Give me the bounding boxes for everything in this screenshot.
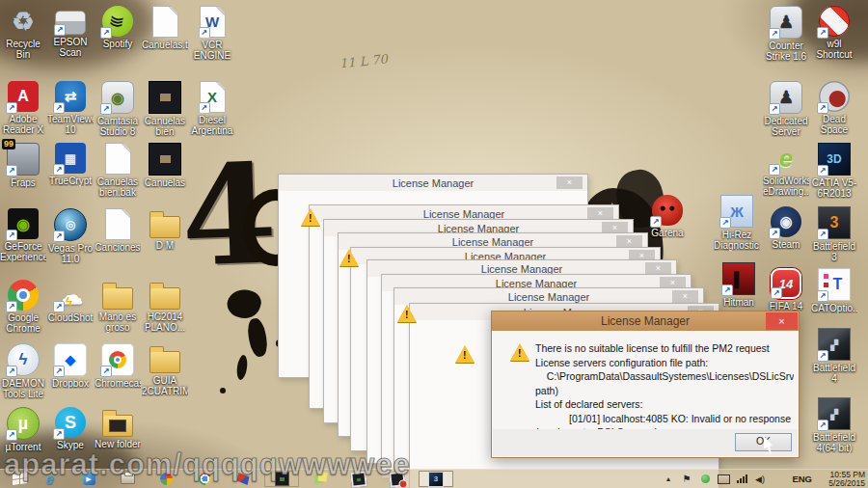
desktop-icon-label: EPSON Scan <box>47 37 94 58</box>
desktop-icon-fifa-14[interactable]: 14↗FIFA 14 <box>763 268 809 312</box>
folder-icon <box>149 216 180 238</box>
desktop-icon-geforce-experience[interactable]: ◉↗GeForce Experience <box>0 208 46 262</box>
desktop-icon-camtasia-studio-8[interactable]: ◉↗Camtasia Studio 8 <box>95 81 141 137</box>
warning-icon: ! <box>301 208 320 226</box>
desktop-icon-new-folder[interactable]: New folder <box>95 407 141 449</box>
desktop-icon-garena[interactable]: ↗Garena <box>644 195 691 238</box>
desktop-icon-cloudshot[interactable]: ☁ϟ↗CloudShot <box>47 280 94 323</box>
warning-icon: ! <box>455 345 475 363</box>
desktop-icon-mano-es-groso[interactable]: Mano es groso <box>95 280 141 333</box>
desktop-icon-d-m[interactable]: D M <box>142 208 188 251</box>
desktop-icon-label: SolidWorks eDrawing... <box>763 176 809 197</box>
desktop-icon-hitman[interactable]: ▌↗Hitman <box>716 262 762 308</box>
desktop-icon-solidworks-edrawing[interactable]: e↗SolidWorks eDrawing... <box>763 143 809 197</box>
desktop-icon-steam[interactable]: ◉↗Steam <box>763 206 809 250</box>
close-icon[interactable]: × <box>556 176 583 189</box>
desktop-icon-battlefield-4[interactable]: ▞↗Battlefield 4 <box>811 328 857 384</box>
close-icon[interactable]: × <box>766 312 798 330</box>
desktop-icon-epson-scan[interactable]: ↗EPSON Scan <box>47 6 94 58</box>
taskbar-item-printer[interactable] <box>110 471 145 487</box>
desktop-icon-daemon-tools-lite[interactable]: ϟ↗DAEMON Tools Lite <box>0 343 46 399</box>
wallpaper-ink-splat <box>246 317 270 359</box>
catia-icon: 3 <box>428 472 444 487</box>
taskbar-item-media-editor[interactable] <box>226 471 260 487</box>
taskbar-item-image-viewer-dark[interactable] <box>264 471 299 487</box>
tray-hidden-icons-caret-icon[interactable]: ▴ <box>660 471 677 487</box>
ok-button[interactable]: OK <box>735 433 792 451</box>
garena-icon: ↗ <box>652 195 683 226</box>
desktop-icon-gu-a-2cuatrim[interactable]: GUÍA 2CUATRIM... <box>142 343 188 396</box>
tray-safely-remove-icon[interactable] <box>696 471 714 487</box>
desktop-icon-dead-space[interactable]: ↗Dead Space <box>811 81 857 135</box>
vegas-icon: ◎↗ <box>54 208 87 241</box>
language-indicator[interactable]: ENG <box>792 470 812 488</box>
tray-touch-keyboard-icon[interactable] <box>715 471 732 487</box>
desktop-icon-fraps[interactable]: 99↗Fraps <box>0 143 46 188</box>
desktop-icon-google-chrome[interactable]: ↗Google Chrome <box>0 280 46 334</box>
shortcut-arrow-icon: ↗ <box>721 285 733 296</box>
warning-icon: ! <box>397 305 417 322</box>
desktop-icon-label: Dedicated Server <box>763 116 809 137</box>
desktop-icon-vegas-pro-11-0[interactable]: ◎↗Vegas Pro 11.0 <box>47 208 94 264</box>
desktop-icon-canciones[interactable]: Canciones <box>95 208 141 253</box>
wallpaper-handwriting: 11 L 70 <box>339 51 388 70</box>
taskbar-item-chrome[interactable] <box>187 471 222 487</box>
desktop-icon-adobe-reader-x[interactable]: A↗Adobe Reader X <box>0 81 46 135</box>
desktop-icon-catoptio[interactable]: T↗CATOptio... <box>811 268 857 313</box>
taskbar-item-catia[interactable]: 3 <box>419 471 453 487</box>
tray-volume-icon[interactable]: ◀) <box>751 471 769 487</box>
desktop-icon-canuelas-txt[interactable]: Canuelas.txt <box>142 6 188 50</box>
desktop-icon-teamviewer-10[interactable]: ⇄↗TeamViewer 10 <box>47 81 94 135</box>
taskbar-item-media-player[interactable]: ▶ <box>71 471 106 487</box>
desktop-icon-canuelas-bien[interactable]: Canuelas bien <box>142 81 188 137</box>
desktop-icon-spotify[interactable]: )))↗Spotify <box>95 6 141 49</box>
folder-icon <box>102 287 133 310</box>
recycle-icon: ♻ <box>8 6 39 37</box>
taskbar-item-sticky-notes[interactable] <box>303 471 338 487</box>
desktop-icon-diesel-argentina[interactable]: X↗Diesel Argentina <box>189 81 235 136</box>
dialog-message-line: path) <box>535 384 794 398</box>
dialog-titlebar[interactable]: License Manager × <box>492 312 799 331</box>
desktop-icon-hc2014-plano[interactable]: HC2014 PLANO... <box>142 280 188 333</box>
desktop-icon-canuelas-bien-bak[interactable]: Canuelas bien.bak <box>95 143 141 198</box>
desktop-icon-counter-strike-1-6[interactable]: ♟↗Counter Strike 1.6 ... <box>763 6 809 63</box>
dialog-message: There is no suitable license to fulfill … <box>535 341 794 440</box>
desktop-icon-battlefield-3[interactable]: 3↗Battlefield 3 <box>811 206 857 262</box>
close-icon[interactable]: × <box>672 290 698 303</box>
shortcut-arrow-icon: ↗ <box>6 429 17 441</box>
desktop-icon-vcr-engine[interactable]: W↗VCR ENGINE <box>189 6 235 61</box>
dialog-titlebar[interactable]: License Manager× <box>279 175 587 191</box>
shortcut-arrow-icon: ↗ <box>54 24 66 36</box>
shortcut-arrow-icon: ↗ <box>6 301 17 312</box>
fifa-icon: 14↗ <box>771 268 801 299</box>
tray-action-center-flag-icon[interactable]: ⚑ <box>678 471 695 487</box>
desktop-icon-battlefield-4-64-bit[interactable]: ▞↗Battlefield 4(64 bit) <box>811 397 857 453</box>
desktop-icon-canuelas[interactable]: Canuelas <box>142 143 188 188</box>
desktop-icon-skype[interactable]: S↗Skype <box>47 407 94 450</box>
shortcut-arrow-icon: ↗ <box>769 164 780 176</box>
pdf-icon: A↗ <box>8 81 39 112</box>
fraps-icon: 99↗ <box>7 143 40 176</box>
desktop-icon-torrent[interactable]: µ↗µTorrent <box>0 407 46 452</box>
taskbar-item-internet-explorer[interactable]: e <box>33 471 68 487</box>
taskbar-item-photo-app[interactable] <box>341 471 376 487</box>
dialog-message-line: License servers configuration file path: <box>535 356 794 370</box>
desktop-icon-recycle-bin[interactable]: ♻Recycle Bin <box>0 6 46 60</box>
taskbar-item-photo-app-alert[interactable] <box>380 471 415 487</box>
desktop-icon-dropbox[interactable]: ◆↗Dropbox <box>47 343 94 389</box>
desktop-icon-chromecast[interactable]: ↗Chromecast <box>95 343 141 389</box>
folder-icon <box>149 351 180 373</box>
desktop-icon-truecrypt[interactable]: ▦↗TrueCrypt <box>47 143 94 186</box>
start-button[interactable] <box>2 471 37 487</box>
desktop-icon-w9l-shortcut[interactable]: ↗w9l Shortcut <box>811 6 857 60</box>
desktop-icon-dedicated-server[interactable]: ♟↗Dedicated Server <box>763 81 809 137</box>
desktop-icon-hi-rez-diagnostic[interactable]: Ж↗Hi-Rez Diagnostic... <box>714 195 760 251</box>
chrome-icon <box>199 473 211 485</box>
tray-network-signal-icon[interactable] <box>733 471 750 487</box>
clock[interactable]: 10:55 PM 5/26/2015 <box>828 471 865 488</box>
warning-icon: ! <box>339 249 359 266</box>
desktop-icon-catia-v5-6r2013[interactable]: 3D↗CATIA V5-6R2013 <box>811 143 857 199</box>
bf4-icon: ▞↗ <box>818 328 851 361</box>
taskbar-item-photos[interactable] <box>149 471 183 487</box>
shortcut-arrow-icon: ↗ <box>6 366 17 377</box>
